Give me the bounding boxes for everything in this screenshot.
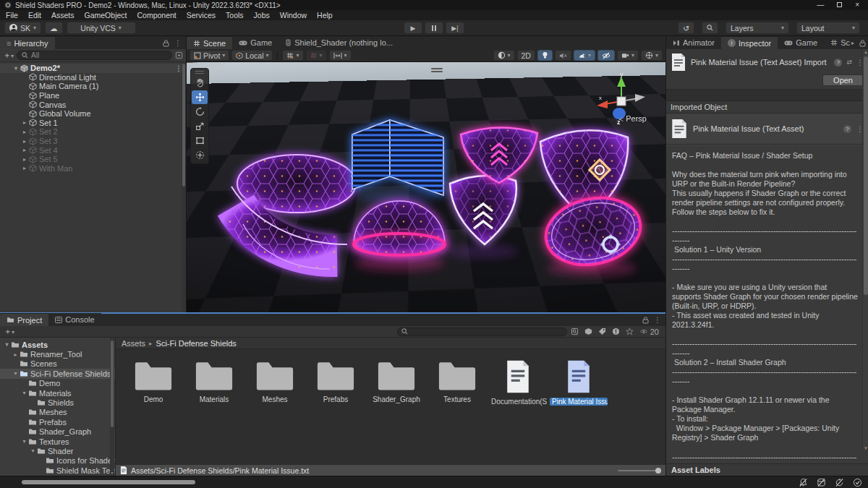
scale-tool[interactable] — [192, 119, 208, 133]
tab-project[interactable]: Project — [0, 313, 48, 326]
asset-meshes[interactable]: Meshes — [250, 359, 299, 403]
project-tree-item-shields[interactable]: Shields — [0, 398, 115, 407]
tab-console[interactable]: Console — [48, 313, 101, 326]
grid-snap-dropdown[interactable]: ▾ — [282, 50, 303, 61]
tab-scene[interactable]: Scene — [187, 36, 232, 49]
foldout-icon[interactable]: ▸ — [20, 147, 29, 153]
hierarchy-item-with-man[interactable]: ▸With Man — [0, 164, 186, 174]
increment-snap-dropdown[interactable]: ▾ — [306, 50, 327, 61]
scene-visibility-toggle[interactable] — [597, 50, 615, 61]
menu-tools[interactable]: Tools — [226, 11, 244, 20]
shading-mode-dropdown[interactable]: ▾ — [493, 50, 515, 61]
camera-settings-dropdown[interactable]: ▾ — [617, 50, 639, 61]
project-tree-item-shader[interactable]: ▾Shader — [0, 446, 115, 455]
auto-refresh-disabled-icon[interactable] — [835, 478, 844, 487]
shield-dome[interactable] — [354, 201, 445, 255]
rect-tool[interactable] — [192, 134, 208, 147]
tab-animator[interactable]: Animator — [666, 36, 721, 49]
move-tool[interactable] — [192, 90, 208, 104]
step-button[interactable]: ▶| — [446, 22, 464, 34]
foldout-icon[interactable]: ▸ — [12, 351, 20, 358]
foldout-icon[interactable]: ▸ — [20, 165, 29, 171]
asset-pink-material-issue[interactable]: Pink Material Issue — [554, 359, 603, 406]
project-tree-item-icons-for-shader[interactable]: Icons for Shader — [0, 456, 115, 466]
scroll-up-icon[interactable]: ▲ — [863, 50, 868, 54]
asset-shader-graph[interactable]: Shader_Graph — [372, 359, 421, 403]
tab-game-2[interactable]: Game — [778, 36, 824, 49]
hierarchy-item-global-volume[interactable]: Global Volume — [0, 109, 186, 119]
breadcrumb-current[interactable]: Sci-Fi Defense Shields — [156, 339, 237, 348]
hidden-count[interactable]: 20 — [639, 328, 659, 336]
foldout-icon[interactable]: ▾ — [12, 65, 20, 72]
restore-button[interactable] — [837, 1, 842, 9]
hierarchy-scrollbar[interactable] — [182, 62, 186, 312]
project-tree-item-assets[interactable]: ▾Assets — [0, 340, 115, 349]
tab-inspector[interactable]: i Inspector — [721, 36, 778, 49]
gizmo-center-cube[interactable] — [617, 97, 626, 106]
hierarchy-search-input[interactable]: All — [17, 51, 172, 60]
pivot-dropdown[interactable]: Pivot▾ — [190, 50, 229, 61]
hierarchy-item-set-2[interactable]: ▸Set 2 — [0, 127, 186, 137]
gizmos-dropdown[interactable]: ▾ — [641, 50, 663, 61]
hierarchy-item-plane[interactable]: Plane — [0, 91, 186, 100]
hierarchy-item-set-4[interactable]: ▸Set 4 — [0, 145, 186, 155]
asset-documentation-s-[interactable]: Documentation(S... — [493, 359, 542, 406]
hierarchy-item-set-5[interactable]: ▸Set 5 — [0, 155, 186, 164]
project-tree-item-demo[interactable]: Demo — [0, 379, 115, 388]
foldout-icon[interactable]: ▸ — [20, 129, 29, 135]
effects-dropdown[interactable]: ▾ — [574, 50, 595, 61]
hand-tool[interactable] — [192, 76, 208, 90]
picker-icon[interactable] — [175, 51, 183, 59]
menu-component[interactable]: Component — [137, 11, 176, 20]
kebab-menu-icon[interactable]: ⋮ — [654, 316, 661, 324]
favorites-info-icon[interactable] — [612, 328, 620, 335]
hierarchy-item-set-1[interactable]: ▸Set 1 — [0, 119, 186, 128]
foldout-icon[interactable]: ▾ — [12, 370, 20, 377]
shield-chevron-magenta[interactable] — [461, 127, 537, 183]
menu-gameobject[interactable]: GameObject — [85, 11, 127, 20]
hierarchy-item-main-camera-1-[interactable]: Main Camera (1) — [0, 82, 186, 91]
project-search-input[interactable] — [397, 328, 567, 336]
shield-oval-dome[interactable] — [540, 189, 647, 273]
hierarchy-item-set-3[interactable]: ▸Set 3 — [0, 137, 186, 146]
hierarchy-item-directional-light[interactable]: Directional Light — [0, 73, 186, 82]
foldout-icon[interactable]: ▸ — [20, 156, 29, 163]
rotate-tool[interactable] — [192, 105, 208, 119]
project-tree-item-shield-mask-textu[interactable]: Shield Mask Textu — [0, 466, 115, 475]
minimize-button[interactable]: — — [817, 1, 824, 9]
help-icon[interactable]: ? — [843, 125, 851, 133]
shield-blue-panel[interactable] — [352, 120, 443, 195]
lock-icon[interactable] — [859, 40, 866, 47]
foldout-icon[interactable]: ▾ — [20, 390, 28, 396]
move-snap-dropdown[interactable]: ▾ — [329, 50, 352, 61]
help-icon[interactable]: ? — [834, 59, 842, 67]
project-tree-item-shader-graph[interactable]: Shader_Graph — [0, 427, 115, 437]
lock-icon[interactable] — [642, 317, 649, 324]
kebab-menu-icon[interactable]: ⋮ — [174, 39, 182, 47]
foldout-icon[interactable]: ▾ — [3, 341, 11, 348]
menu-edit[interactable]: Edit — [28, 11, 41, 20]
scene-camera-menu[interactable] — [431, 67, 443, 74]
foldout-icon[interactable]: ▸ — [20, 138, 29, 145]
menu-jobs[interactable]: Jobs — [254, 11, 270, 20]
foldout-icon[interactable]: ▾ — [20, 438, 28, 445]
text-asset-preview[interactable]: FAQ – Pink Material Issue / Shader Setup… — [666, 145, 868, 463]
star-icon[interactable] — [626, 328, 634, 335]
asset-prefabs[interactable]: Prefabs — [311, 359, 360, 403]
project-tree-item-sci-fi-defense-shields[interactable]: ▾Sci-Fi Defense Shields — [0, 369, 115, 378]
create-add-button[interactable]: ＋▾ — [4, 326, 14, 337]
toolstrip-drag-handle[interactable] — [195, 71, 204, 74]
scene-viewport[interactable]: y x z ≺Persp — [187, 62, 665, 312]
project-tree-item-prefabs[interactable]: Prefabs — [0, 417, 115, 427]
menu-assets[interactable]: Assets — [51, 11, 75, 20]
inspector-scrollbar[interactable]: ▲ ▼ — [862, 49, 868, 451]
project-tree-item-scenes[interactable]: Scenes — [0, 359, 115, 369]
pause-button[interactable] — [425, 22, 443, 34]
tab-overflow-arrow-icon[interactable]: ▸ — [851, 40, 854, 46]
close-button[interactable]: × — [855, 1, 859, 9]
create-add-button[interactable]: ＋▾ — [3, 50, 14, 61]
icon-size-slider[interactable] — [618, 470, 661, 471]
notifications-muted-icon[interactable] — [799, 478, 808, 487]
layout-dropdown[interactable]: Layout ▾ — [796, 22, 860, 34]
label-icon[interactable] — [598, 328, 606, 335]
